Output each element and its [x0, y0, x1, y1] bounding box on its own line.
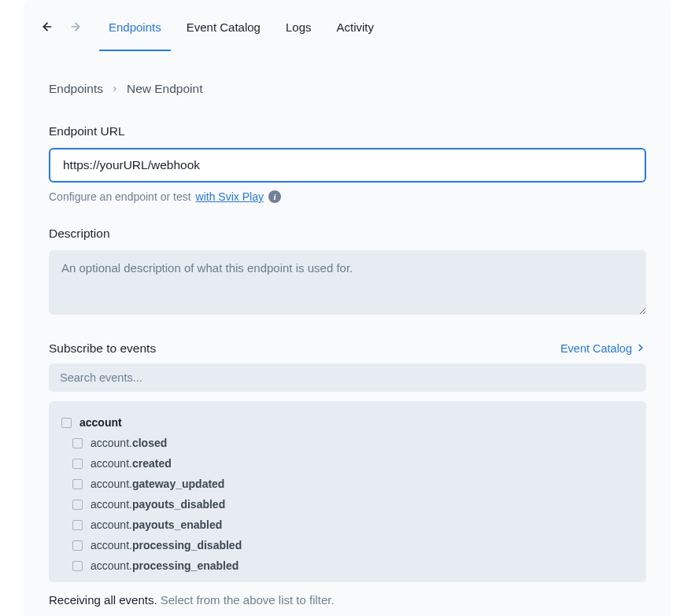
receiving-events-text: Receiving all events. Select from the ab…: [49, 593, 646, 607]
event-item[interactable]: account.created: [61, 453, 634, 474]
description-label: Description: [49, 227, 646, 241]
breadcrumb: Endpoints New Endpoint: [49, 82, 646, 96]
breadcrumb-current: New Endpoint: [127, 82, 203, 96]
checkbox-icon[interactable]: [61, 418, 72, 428]
tab-logs[interactable]: Logs: [276, 3, 321, 51]
event-item[interactable]: account.closed: [61, 433, 634, 453]
checkbox-icon[interactable]: [72, 561, 83, 571]
info-icon[interactable]: i: [268, 190, 281, 203]
events-list: account account.closedaccount.createdacc…: [49, 401, 646, 582]
event-catalog-link[interactable]: Event Catalog: [560, 342, 646, 356]
tab-activity[interactable]: Activity: [327, 3, 383, 51]
event-item[interactable]: account.payouts_disabled: [61, 494, 634, 515]
chevron-right-icon: [635, 342, 646, 356]
event-item[interactable]: account.processing_disabled: [61, 535, 634, 555]
checkbox-icon[interactable]: [72, 479, 83, 489]
nav-back-button[interactable]: [36, 16, 58, 38]
checkbox-icon[interactable]: [72, 520, 83, 530]
nav-forward-button: [65, 16, 87, 38]
event-item[interactable]: account.gateway_updated: [61, 474, 634, 494]
search-events-input[interactable]: [49, 363, 646, 392]
event-item[interactable]: account.payouts_enabled: [61, 515, 634, 535]
event-group-account[interactable]: account: [61, 412, 634, 433]
event-item[interactable]: account.processing_enabled: [61, 555, 634, 576]
endpoint-url-hint: Configure an endpoint or test with Svix …: [49, 190, 646, 203]
tab-event-catalog[interactable]: Event Catalog: [177, 3, 270, 51]
tab-endpoints[interactable]: Endpoints: [99, 3, 171, 51]
chevron-right-icon: [111, 83, 119, 95]
checkbox-icon[interactable]: [72, 438, 83, 448]
checkbox-icon[interactable]: [72, 540, 83, 551]
tabs: Endpoints Event Catalog Logs Activity: [99, 3, 383, 51]
endpoint-url-input[interactable]: [49, 148, 646, 183]
endpoint-url-label: Endpoint URL: [49, 124, 646, 138]
subscribe-label: Subscribe to events: [49, 341, 156, 356]
svix-play-link[interactable]: with Svix Play: [196, 190, 264, 203]
checkbox-icon[interactable]: [72, 500, 83, 510]
checkbox-icon[interactable]: [72, 459, 83, 469]
breadcrumb-parent[interactable]: Endpoints: [49, 82, 103, 96]
description-input[interactable]: [49, 250, 646, 315]
